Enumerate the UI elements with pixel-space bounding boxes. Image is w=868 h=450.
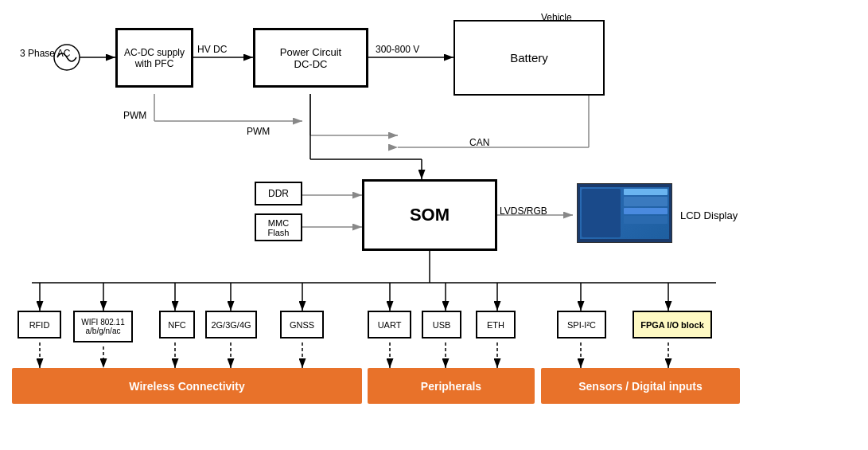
mmc-box: MMC Flash	[255, 213, 302, 241]
battery-box: Battery	[453, 20, 605, 96]
ddr-box: DDR	[255, 182, 302, 205]
ac-dc-box: AC-DC supply with PFC	[115, 28, 193, 88]
usb-box: USB	[422, 311, 461, 338]
peripherals-box: Peripherals	[368, 368, 535, 404]
diagram: 3 Phase AC AC-DC supply with PFC HV DC P…	[0, 0, 868, 450]
pwm1-label: PWM	[123, 110, 146, 121]
voltage-label: 300-800 V	[376, 44, 419, 55]
wifi-box: WIFI 802.11 a/b/g/n/ac	[73, 311, 133, 342]
nfc-box: NFC	[159, 311, 195, 338]
wireless-connectivity-box: Wireless Connectivity	[12, 368, 362, 404]
lcd-label: LCD Display	[680, 209, 738, 221]
lvds-label: LVDS/RGB	[500, 205, 547, 217]
power-circuit-box: Power Circuit DC-DC	[253, 28, 368, 88]
sensors-box: Sensors / Digital inputs	[541, 368, 740, 404]
eth-box: ETH	[476, 311, 516, 338]
cellular-box: 2G/3G/4G	[205, 311, 257, 338]
som-box: SOM	[362, 179, 497, 251]
rfid-box: RFID	[18, 311, 61, 338]
fpga-box: FPGA I/O block	[633, 311, 712, 338]
gnss-box: GNSS	[280, 311, 324, 338]
can-label: CAN	[469, 137, 489, 148]
spi-box: SPI-I²C	[557, 311, 606, 338]
pwm2-label: PWM	[247, 126, 270, 137]
hv-dc-label: HV DC	[197, 44, 227, 55]
lcd-display-image	[577, 183, 672, 243]
phase-ac-label: 3 Phase AC	[20, 48, 70, 59]
uart-box: UART	[368, 311, 411, 338]
